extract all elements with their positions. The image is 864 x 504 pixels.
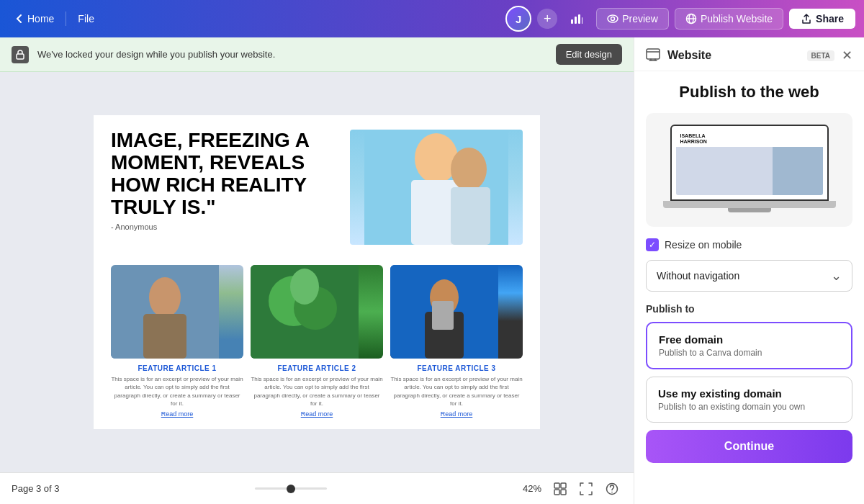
feature-item-2: FEATURE ARTICLE 2 This space is for an e… [251, 265, 383, 418]
quote-attribution: - Anonymous [111, 222, 338, 231]
laptop-stand [728, 208, 771, 212]
svg-rect-9 [17, 54, 24, 59]
beta-badge: BETA [807, 50, 834, 61]
grid-view-button[interactable] [550, 479, 570, 499]
right-panel: Website BETA ✕ Publish to the web ISABEL… [634, 37, 864, 504]
features-section: FEATURE ARTICLE 1 This space is for an e… [94, 256, 540, 429]
svg-rect-17 [143, 314, 186, 359]
feature-photo-2 [251, 265, 359, 359]
edit-design-button[interactable]: Edit design [556, 44, 622, 65]
screen-name-line1: ISABELLA [680, 133, 707, 139]
preview-button[interactable]: Preview [596, 8, 669, 30]
resize-row: ✓ Resize on mobile [646, 238, 852, 251]
existing-domain-option[interactable]: Use my existing domain Publish to an exi… [646, 377, 852, 423]
zoom-track [255, 487, 327, 490]
svg-point-21 [290, 269, 319, 305]
panel-close-button[interactable]: ✕ [842, 49, 852, 62]
existing-domain-desc: Publish to an existing domain you own [658, 402, 840, 412]
publish-website-button[interactable]: Publish Website [675, 8, 783, 30]
screen-body [676, 147, 823, 195]
feature-label-1: FEATURE ARTICLE 1 [138, 364, 216, 372]
panel-title: Website [667, 49, 807, 62]
lock-icon [12, 46, 29, 63]
feature-photo-3 [390, 265, 498, 359]
existing-domain-title: Use my existing domain [658, 387, 840, 400]
home-label: Home [27, 13, 54, 24]
zoom-bar [68, 487, 514, 490]
canvas-area: We've locked your design while you publi… [0, 37, 634, 504]
svg-rect-27 [561, 483, 566, 488]
feature-read-more-2[interactable]: Read more [301, 410, 333, 418]
page-indicator: Page 3 of 3 [12, 483, 60, 494]
svg-point-13 [451, 148, 487, 191]
screen-right-photo [773, 147, 823, 195]
feature-image-3 [390, 265, 523, 359]
publish-website-label: Publish Website [701, 13, 773, 24]
canvas-bottom-bar: Page 3 of 3 42% [0, 472, 634, 504]
topbar-divider [66, 12, 66, 26]
topbar: Home File J + Preview Publish We [0, 0, 864, 37]
bottom-icons [550, 479, 622, 499]
home-button[interactable]: Home [9, 10, 60, 27]
quote-image [350, 130, 523, 245]
screen-content: ISABELLA HARRISON [676, 130, 823, 195]
svg-point-5 [611, 17, 615, 21]
avatar[interactable]: J [505, 6, 531, 32]
svg-rect-29 [561, 490, 566, 495]
free-domain-option[interactable]: Free domain Publish to a Canva domain [646, 322, 852, 369]
zoom-percent: 42% [523, 483, 541, 494]
edit-design-label: Edit design [566, 49, 612, 60]
continue-label: Continue [724, 440, 774, 452]
panel-body: Publish to the web ISABELLA HARRISON [634, 71, 864, 504]
svg-rect-26 [554, 483, 559, 488]
svg-rect-32 [647, 49, 660, 59]
laptop-mockup: ISABELLA HARRISON [670, 125, 829, 212]
globe-icon [685, 13, 697, 24]
feature-image-1 [111, 265, 243, 359]
feature-label-3: FEATURE ARTICLE 3 [417, 364, 495, 372]
publish-to-label: Publish to [646, 303, 852, 315]
eye-icon [607, 13, 618, 24]
feature-image-2 [251, 265, 383, 359]
quote-text-block: IMAGE, FREEZING A MOMENT, REVEALS HOW RI… [111, 130, 338, 231]
share-button[interactable]: Share [789, 9, 855, 29]
free-domain-title: Free domain [659, 333, 840, 346]
help-button[interactable] [602, 479, 622, 499]
fullscreen-button[interactable] [576, 479, 596, 499]
feature-read-more-1[interactable]: Read more [161, 410, 194, 418]
analytics-button[interactable] [563, 8, 590, 30]
publish-to-web-title: Publish to the web [646, 83, 852, 102]
share-label: Share [816, 13, 844, 24]
feature-read-more-3[interactable]: Read more [441, 410, 473, 418]
quote-text: IMAGE, FREEZING A MOMENT, REVEALS HOW RI… [111, 130, 338, 218]
notification-text: We've locked your design while you publi… [37, 49, 547, 60]
svg-rect-0 [571, 19, 573, 24]
continue-button[interactable]: Continue [646, 430, 852, 463]
canvas-page: IMAGE, FREEZING A MOMENT, REVEALS HOW RI… [94, 115, 540, 429]
svg-rect-14 [451, 187, 490, 245]
file-button[interactable]: File [72, 10, 100, 27]
svg-rect-3 [582, 17, 582, 24]
preview-label: Preview [622, 13, 658, 24]
feature-item-3: FEATURE ARTICLE 3 This space is for an e… [390, 265, 523, 418]
zoom-thumb[interactable] [287, 485, 295, 493]
laptop-screen: ISABELLA HARRISON [670, 125, 829, 201]
svg-point-4 [608, 15, 618, 22]
expand-icon [580, 482, 593, 495]
notification-bar: We've locked your design while you publi… [0, 37, 634, 72]
feature-label-2: FEATURE ARTICLE 2 [277, 364, 356, 372]
add-collaborator-button[interactable]: + [537, 9, 557, 29]
chevron-left-icon [14, 14, 24, 24]
share-icon [801, 13, 812, 24]
svg-rect-2 [578, 14, 580, 24]
resize-checkbox[interactable]: ✓ [646, 238, 659, 251]
main-area: We've locked your design while you publi… [0, 37, 864, 504]
resize-label: Resize on mobile [665, 239, 742, 251]
navigation-dropdown[interactable]: Without navigation ⌄ [646, 260, 852, 292]
website-preview: ISABELLA HARRISON [646, 113, 852, 227]
chevron-down-icon: ⌄ [831, 268, 842, 284]
help-icon [606, 482, 618, 495]
feature-photo-1 [111, 265, 219, 359]
nav-dropdown-label: Without navigation [657, 270, 739, 282]
avatar-initials: J [516, 13, 521, 25]
